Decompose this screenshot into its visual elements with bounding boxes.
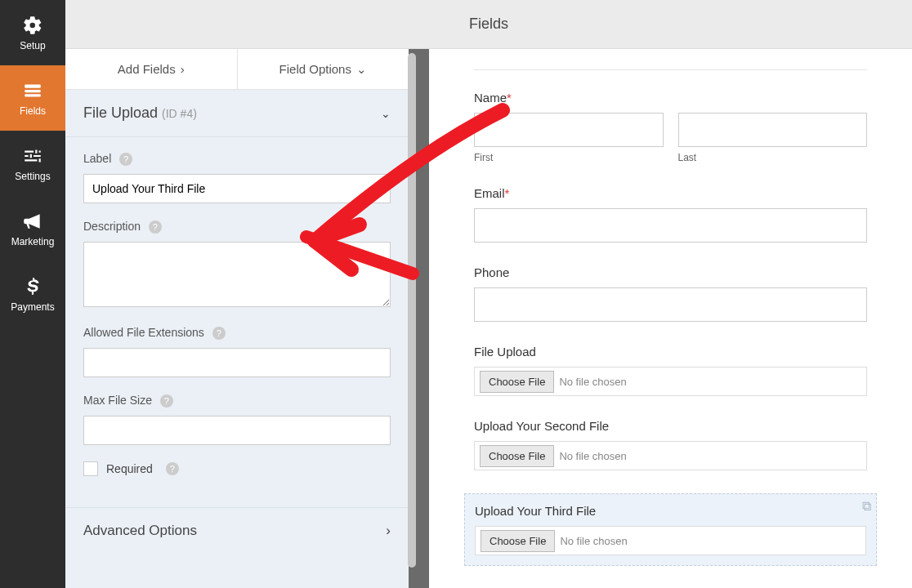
first-name-input[interactable]	[474, 113, 664, 147]
choose-file-button[interactable]: Choose File	[481, 530, 555, 552]
help-icon[interactable]: ?	[166, 462, 179, 475]
sidebar-item-settings[interactable]: Settings	[0, 131, 65, 196]
page-header: Fields	[65, 0, 912, 49]
tab-field-options[interactable]: Field Options ⌄	[238, 49, 409, 89]
no-file-text: No file chosen	[559, 450, 626, 462]
label-field-label: Label ?	[83, 152, 391, 166]
first-sublabel: First	[474, 152, 664, 163]
field-options-panel: Add Fields › Field Options ⌄ File Upload…	[65, 49, 409, 588]
sidebar-label-settings: Settings	[15, 171, 50, 182]
svg-rect-0	[25, 84, 41, 87]
sidebar: Setup Fields Settings Marketing Payments	[0, 0, 65, 588]
bullhorn-icon	[22, 211, 43, 232]
svg-rect-1	[25, 89, 41, 91]
no-file-text: No file chosen	[559, 376, 626, 388]
svg-rect-2	[25, 94, 41, 96]
maxsize-input[interactable]	[83, 416, 391, 445]
preview-field-thirdfile-selected[interactable]: ⧉ Upload Your Third File Choose File No …	[464, 493, 877, 566]
page-title: Fields	[469, 16, 508, 33]
help-icon[interactable]: ?	[149, 220, 162, 234]
tab-add-fields[interactable]: Add Fields ›	[65, 49, 238, 89]
sidebar-label-fields: Fields	[20, 105, 46, 117]
chevron-down-icon: ⌄	[356, 62, 367, 77]
preview-field-email[interactable]: Email*	[474, 186, 867, 243]
section-title-text: File Upload	[83, 105, 158, 121]
choose-file-button[interactable]: Choose File	[480, 445, 554, 467]
preview-field-phone[interactable]: Phone	[474, 265, 867, 322]
dollar-icon	[22, 276, 43, 297]
divider	[474, 69, 867, 70]
advanced-options-toggle[interactable]: Advanced Options ›	[65, 507, 409, 554]
sliders-icon	[22, 145, 43, 167]
sidebar-label-marketing: Marketing	[11, 236, 55, 247]
choose-file-button[interactable]: Choose File	[480, 371, 554, 393]
scrollbar-thumb[interactable]	[408, 53, 416, 568]
extensions-input[interactable]	[83, 348, 391, 377]
phone-input[interactable]	[474, 287, 867, 322]
maxsize-label: Max File Size ?	[83, 394, 391, 408]
chevron-right-icon: ›	[386, 523, 391, 539]
preview-field-fileupload[interactable]: File Upload Choose File No file chosen	[474, 345, 867, 396]
required-checkbox[interactable]	[83, 461, 98, 476]
email-input[interactable]	[474, 208, 867, 243]
duplicate-icon[interactable]: ⧉	[862, 499, 871, 514]
last-name-input[interactable]	[678, 113, 868, 147]
help-icon[interactable]: ?	[119, 153, 132, 166]
chevron-right-icon: ›	[181, 62, 185, 76]
sidebar-label-setup: Setup	[20, 40, 45, 51]
section-header[interactable]: File Upload (ID #4) ⌄	[65, 90, 409, 137]
help-icon[interactable]: ?	[212, 327, 226, 340]
gear-icon	[22, 15, 43, 36]
extensions-label: Allowed File Extensions ?	[83, 326, 391, 340]
preview-field-name[interactable]: Name* First Last	[474, 91, 867, 163]
sidebar-item-fields[interactable]: Fields	[0, 65, 65, 131]
last-sublabel: Last	[678, 152, 868, 163]
no-file-text: No file chosen	[560, 535, 627, 547]
sidebar-item-payments[interactable]: Payments	[0, 261, 65, 327]
help-icon[interactable]: ?	[160, 394, 173, 408]
preview-field-secondfile[interactable]: Upload Your Second File Choose File No f…	[474, 419, 867, 470]
sidebar-item-marketing[interactable]: Marketing	[0, 196, 65, 261]
description-label: Description ?	[83, 220, 391, 234]
section-id: (ID #4)	[162, 107, 197, 120]
sidebar-label-payments: Payments	[11, 301, 54, 313]
required-label: Required	[106, 462, 153, 475]
form-icon	[22, 80, 43, 101]
description-textarea[interactable]	[83, 242, 391, 307]
chevron-down-icon: ⌄	[381, 107, 391, 120]
form-preview: Name* First Last Email*	[429, 49, 912, 588]
label-input[interactable]	[83, 174, 391, 203]
sidebar-item-setup[interactable]: Setup	[0, 0, 65, 65]
